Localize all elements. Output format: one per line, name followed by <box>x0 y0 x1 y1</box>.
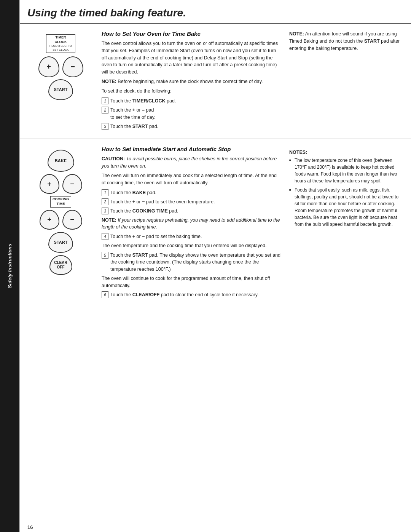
bake-plus2-button[interactable]: + <box>40 210 59 230</box>
step2-body2-text: The oven temperature and the cooking tim… <box>102 242 267 249</box>
bake-minus-button[interactable]: − <box>62 174 82 194</box>
timer-label-line1: TIMER <box>49 35 72 40</box>
timer-start-button[interactable]: START <box>48 79 73 100</box>
section2: BAKE + − COOKING TIME + − <box>20 139 411 522</box>
section1-text-area: How to Set Your Oven for Time Bake The o… <box>102 30 403 132</box>
timer-label-line4: SET CLOCK <box>49 48 72 52</box>
section2-right-col: NOTES: The low temperature zone of this … <box>289 146 403 516</box>
step2-3-text: Touch the COOKING TIME pad. <box>110 208 178 215</box>
section2-caution: CAUTION: To avoid possible burns, place … <box>102 155 282 170</box>
step1-2: 2 Touch the + or – padto set the time of… <box>102 107 282 121</box>
step1-1: 1 Touch the TIMER/CLOCK pad. <box>102 97 282 105</box>
step2-2-text: Touch the + or − pad to set the oven tem… <box>110 198 215 206</box>
bake-start-button[interactable]: START <box>48 232 73 253</box>
timer-label-line2: CLOCK <box>49 40 72 45</box>
timer-diagram-area: TIMER CLOCK HOLD 3 SEC. TO SET CLOCK + −… <box>27 30 94 132</box>
step2-1: 1 Touch the BAKE pad. <box>102 189 282 197</box>
section1-steps-intro: To set the clock, do the following: <box>102 88 282 95</box>
step1-2-num: 2 <box>102 107 108 113</box>
step1-2-text: Touch the + or – padto set the time of d… <box>110 107 156 121</box>
step1-3-text: Touch the START pad. <box>110 123 158 130</box>
step2-5-num: 5 <box>102 252 108 259</box>
step1-1-num: 1 <box>102 97 108 104</box>
timer-label-line3: HOLD 3 SEC. TO <box>49 44 72 48</box>
bake-minus2-button[interactable]: − <box>62 210 82 230</box>
bake-diagram-area: BAKE + − COOKING TIME + − <box>27 146 94 516</box>
section1-left-col: How to Set Your Oven for Time Bake The o… <box>102 30 282 132</box>
main-content: Using the timed baking feature. TIMER CL… <box>20 0 411 532</box>
step2-4-text: Touch the + or − pad to set the baking t… <box>110 233 202 240</box>
timer-minus-button[interactable]: − <box>62 56 83 77</box>
section1-right-note: NOTE: An attention tone will sound if yo… <box>289 30 403 52</box>
page-title: Using the timed baking feature. <box>27 7 400 19</box>
bake-plus-button[interactable]: + <box>40 174 59 194</box>
sidebar-label-safety: Safety Instructions <box>0 0 19 532</box>
page-title-bar: Using the timed baking feature. <box>20 0 411 24</box>
step2-body3-text: The oven will continue to cook for the p… <box>102 275 282 289</box>
section1-right-col: NOTE: An attention tone will sound if yo… <box>289 30 403 132</box>
section2-body1: The oven will turn on immediately and co… <box>102 172 282 187</box>
step2-6-num: 6 <box>102 291 108 298</box>
step1-1-text: Touch the TIMER/CLOCK pad. <box>110 97 176 105</box>
step2-6: 6 Touch the CLEAR/OFF pad to clear the e… <box>102 291 282 299</box>
step2-5: 5 Touch the START pad. The display shows… <box>102 252 282 273</box>
timer-diagram: TIMER CLOCK HOLD 3 SEC. TO SET CLOCK + −… <box>38 34 83 100</box>
section1: TIMER CLOCK HOLD 3 SEC. TO SET CLOCK + −… <box>20 24 411 139</box>
cooking-time-line1: COOKING <box>53 197 69 202</box>
step2-note: NOTE: If your recipe requires preheating… <box>102 217 282 231</box>
sidebar-section-safety: Safety Instructions <box>0 0 19 532</box>
bake-plus-minus-row1: + − <box>40 174 82 194</box>
page-container: Safety Instructions Operating Instructio… <box>0 0 411 532</box>
sidebar: Safety Instructions Operating Instructio… <box>0 0 20 532</box>
step2-body2: The oven temperature and the cooking tim… <box>102 242 282 249</box>
bake-button[interactable]: BAKE <box>48 150 74 172</box>
step2-note-text: NOTE: If your recipe requires preheating… <box>102 217 282 231</box>
content-area: TIMER CLOCK HOLD 3 SEC. TO SET CLOCK + −… <box>20 24 411 532</box>
timer-plus-button[interactable]: + <box>38 56 59 77</box>
step2-6-text: Touch the CLEAR/OFF pad to clear the end… <box>110 291 259 299</box>
notes-box: NOTES: The low temperature zone of this … <box>289 150 403 228</box>
note-item-2: Foods that spoil easily, such as milk, e… <box>289 187 403 228</box>
clear-off-button[interactable]: CLEAR OFF <box>49 255 72 275</box>
step2-2: 2 Touch the + or − pad to set the oven t… <box>102 198 282 206</box>
cooking-time-label: COOKING TIME <box>50 196 71 207</box>
step1-3: 3 Touch the START pad. <box>102 123 282 130</box>
section1-heading: How to Set Your Oven for Time Bake <box>102 30 282 37</box>
bake-diagram: BAKE + − COOKING TIME + − <box>40 150 82 275</box>
step2-body3: The oven will continue to cook for the p… <box>102 275 282 289</box>
clear-line2: OFF <box>57 265 65 270</box>
section1-body: The oven control allows you to turn the … <box>102 40 282 76</box>
step2-1-text: Touch the BAKE pad. <box>110 189 156 197</box>
step2-4-num: 4 <box>102 233 108 240</box>
clear-line1: CLEAR <box>54 260 67 265</box>
step2-4: 4 Touch the + or − pad to set the baking… <box>102 233 282 240</box>
page-number: 16 <box>20 522 411 532</box>
cooking-time-line2: TIME <box>53 202 69 206</box>
step1-3-num: 3 <box>102 123 108 130</box>
timer-plus-minus-row: + − <box>38 56 83 77</box>
step2-3: 3 Touch the COOKING TIME pad. <box>102 208 282 215</box>
note-item-1: The low temperature zone of this oven (b… <box>289 157 403 184</box>
section2-steps-list: 1 Touch the BAKE pad. 2 Touch the + or −… <box>102 189 282 299</box>
section2-text-area: How to Set Immediate Start and Automatic… <box>102 146 403 516</box>
section2-heading: How to Set Immediate Start and Automatic… <box>102 146 282 152</box>
section1-note1: NOTE: Before beginning, make sure the cl… <box>102 78 282 85</box>
section1-steps-list: 1 Touch the TIMER/CLOCK pad. 2 Touch the… <box>102 97 282 130</box>
step2-5-text: Touch the START pad. The display shows t… <box>110 252 282 273</box>
bake-plus-minus-row2: + − <box>40 210 82 230</box>
notes-list: The low temperature zone of this oven (b… <box>289 157 403 228</box>
timer-clock-label: TIMER CLOCK HOLD 3 SEC. TO SET CLOCK <box>46 34 75 53</box>
step2-2-num: 2 <box>102 198 108 205</box>
section2-left-col: How to Set Immediate Start and Automatic… <box>102 146 282 516</box>
step2-3-num: 3 <box>102 208 108 214</box>
notes-heading: NOTES: <box>289 150 403 155</box>
step2-1-num: 1 <box>102 189 108 196</box>
